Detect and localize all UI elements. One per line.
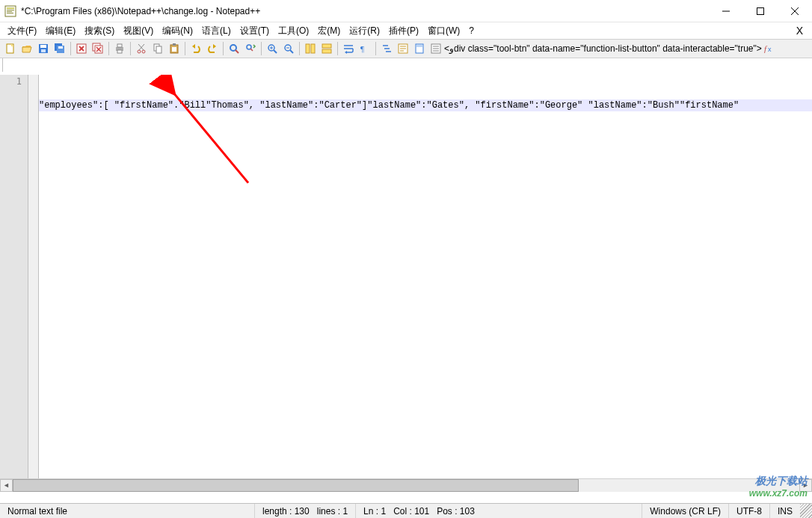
svg-rect-52 bbox=[322, 49, 331, 53]
menu-edit[interactable]: 编辑(E) bbox=[41, 23, 80, 39]
status-ins[interactable]: INS bbox=[769, 504, 800, 518]
svg-line-30 bbox=[138, 44, 144, 50]
undo-button[interactable] bbox=[188, 40, 204, 57]
status-length: length : 130 lines : 1 bbox=[254, 504, 355, 518]
svg-text:¶: ¶ bbox=[360, 44, 364, 53]
menu-file[interactable]: 文件(F) bbox=[3, 23, 41, 39]
code-line-1[interactable]: "employees":[ "firstName"."Bill"Thomas",… bbox=[39, 99, 812, 111]
menu-window[interactable]: 窗口(W) bbox=[423, 23, 464, 39]
svg-rect-6 bbox=[757, 7, 764, 14]
titlebar: *C:\Program Files (x86)\Notepad++\change… bbox=[0, 0, 812, 22]
svg-rect-13 bbox=[41, 49, 46, 52]
svg-rect-49 bbox=[306, 44, 310, 53]
menu-run[interactable]: 运行(R) bbox=[345, 23, 384, 39]
horizontal-scrollbar[interactable]: ◄ ► bbox=[0, 478, 812, 491]
window-title: *C:\Program Files (x86)\Notepad++\change… bbox=[21, 6, 709, 16]
zoom-out-button[interactable] bbox=[280, 40, 297, 57]
line-number-gutter: 1 bbox=[0, 75, 28, 478]
menu-help[interactable]: ? bbox=[464, 24, 479, 37]
svg-point-28 bbox=[142, 50, 145, 53]
svg-rect-35 bbox=[172, 47, 176, 52]
scroll-thumb[interactable] bbox=[13, 479, 579, 492]
zoom-in-button[interactable] bbox=[264, 40, 280, 57]
sync-vertical-button[interactable] bbox=[302, 40, 319, 57]
redo-button[interactable] bbox=[204, 40, 221, 57]
status-position: Ln : 1 Col : 101 Pos : 103 bbox=[355, 504, 642, 518]
svg-line-47 bbox=[290, 50, 293, 53]
svg-marker-36 bbox=[192, 44, 195, 49]
resize-grip[interactable] bbox=[800, 504, 812, 518]
close-button[interactable] bbox=[778, 0, 812, 22]
editor-area: 1 "employees":[ "firstName"."Bill"Thomas… bbox=[0, 75, 812, 491]
svg-line-39 bbox=[236, 50, 239, 53]
svg-rect-2 bbox=[7, 10, 14, 10]
menubar-close-x[interactable]: X bbox=[787, 25, 812, 37]
svg-line-43 bbox=[274, 50, 277, 53]
find-button[interactable] bbox=[226, 40, 242, 57]
fold-margin bbox=[28, 75, 39, 478]
svg-rect-4 bbox=[7, 13, 13, 13]
line-number: 1 bbox=[0, 75, 22, 87]
show-all-chars-button[interactable]: ¶ bbox=[357, 40, 373, 57]
save-file-button[interactable] bbox=[35, 40, 52, 57]
menu-tools[interactable]: 工具(O) bbox=[274, 23, 313, 39]
menu-plugins[interactable]: 插件(P) bbox=[384, 23, 423, 39]
editor-body: 1 "employees":[ "firstName"."Bill"Thomas… bbox=[0, 75, 812, 478]
maximize-button[interactable] bbox=[743, 0, 778, 22]
svg-rect-16 bbox=[58, 46, 63, 49]
print-button[interactable] bbox=[111, 40, 128, 57]
svg-text:x: x bbox=[768, 46, 772, 53]
app-icon bbox=[4, 5, 16, 17]
menu-view[interactable]: 视图(V) bbox=[119, 23, 158, 39]
svg-point-27 bbox=[138, 50, 141, 53]
status-eol[interactable]: Windows (CR LF) bbox=[642, 504, 728, 518]
close-all-button[interactable] bbox=[90, 40, 106, 57]
user-lang-button[interactable] bbox=[395, 40, 411, 57]
svg-rect-25 bbox=[117, 44, 122, 47]
scroll-right-button[interactable]: ► bbox=[799, 479, 812, 492]
menu-language[interactable]: 语言(L) bbox=[197, 23, 236, 39]
code-editor[interactable]: "employees":[ "firstName"."Bill"Thomas",… bbox=[39, 75, 812, 478]
close-file-button[interactable] bbox=[73, 40, 90, 57]
toolbar: ¶ <وdiv class="tool-btn" data-name="func… bbox=[0, 39, 812, 58]
svg-rect-32 bbox=[156, 46, 162, 53]
sync-horizontal-button[interactable] bbox=[319, 40, 335, 57]
doc-map-button[interactable] bbox=[411, 40, 428, 57]
paste-button[interactable] bbox=[166, 40, 182, 57]
svg-rect-51 bbox=[322, 44, 331, 48]
word-wrap-button[interactable] bbox=[340, 40, 357, 57]
statusbar: Normal text file length : 130 lines : 1 … bbox=[0, 503, 812, 518]
minimize-button[interactable] bbox=[709, 0, 743, 22]
save-all-button[interactable] bbox=[52, 40, 68, 57]
menu-encoding[interactable]: 编码(N) bbox=[158, 23, 197, 39]
svg-rect-26 bbox=[117, 50, 122, 53]
cut-button[interactable] bbox=[133, 40, 150, 57]
svg-rect-65 bbox=[416, 45, 422, 47]
scroll-track[interactable] bbox=[13, 479, 799, 492]
menu-search[interactable]: 搜索(S) bbox=[80, 23, 119, 39]
indent-guide-button[interactable] bbox=[378, 40, 395, 57]
copy-button[interactable] bbox=[150, 40, 166, 57]
status-file-type: Normal text file bbox=[0, 504, 254, 518]
open-file-button[interactable] bbox=[19, 40, 35, 57]
svg-line-29 bbox=[139, 44, 144, 50]
svg-rect-1 bbox=[7, 7, 14, 9]
menu-settings[interactable]: 设置(T) bbox=[236, 23, 274, 39]
doc-list-button[interactable] bbox=[428, 40, 444, 57]
scroll-left-button[interactable]: ◄ bbox=[0, 479, 13, 492]
menu-macro[interactable]: 宏(M) bbox=[313, 23, 345, 39]
svg-marker-37 bbox=[213, 44, 216, 49]
window-controls bbox=[709, 0, 812, 22]
status-encoding[interactable]: UTF-8 bbox=[728, 504, 769, 518]
svg-rect-12 bbox=[40, 45, 46, 48]
svg-point-38 bbox=[230, 45, 236, 51]
svg-rect-3 bbox=[7, 11, 12, 12]
svg-marker-55 bbox=[345, 51, 347, 54]
svg-line-41 bbox=[250, 49, 253, 51]
annotation-arrow bbox=[39, 75, 812, 478]
menubar: 文件(F) 编辑(E) 搜索(S) 视图(V) 编码(N) 语言(L) 设置(T… bbox=[0, 22, 812, 39]
svg-rect-50 bbox=[311, 44, 315, 53]
replace-button[interactable] bbox=[242, 40, 259, 57]
new-file-button[interactable] bbox=[2, 40, 19, 57]
svg-rect-34 bbox=[173, 43, 176, 46]
